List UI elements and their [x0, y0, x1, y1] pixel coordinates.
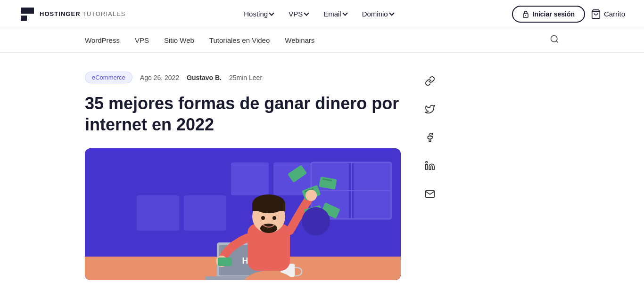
- svg-rect-2: [21, 8, 34, 14]
- article: eCommerce Ago 26, 2022 Gustavo B. 25min …: [85, 72, 401, 280]
- login-button[interactable]: Iniciar sesión: [512, 6, 585, 23]
- nav-hosting[interactable]: Hosting: [238, 6, 279, 22]
- svg-rect-42: [218, 258, 232, 266]
- svg-text:H: H: [242, 256, 248, 266]
- nav-vps[interactable]: VPS: [283, 6, 314, 22]
- sec-nav-wordpress[interactable]: WordPress: [85, 36, 120, 44]
- nav-dominio[interactable]: Dominio: [356, 6, 399, 22]
- cart-button[interactable]: Carrito: [591, 9, 625, 19]
- twitter-share-button[interactable]: [421, 100, 439, 119]
- svg-rect-16: [137, 195, 179, 231]
- search-icon: [550, 34, 559, 44]
- svg-point-30: [261, 216, 265, 220]
- lock-icon: [522, 10, 529, 18]
- svg-rect-3: [21, 14, 27, 16]
- top-navigation: HOSTINGER TUTORIALES Hosting VPS Email D…: [0, 0, 644, 28]
- nav-right-area: Iniciar sesión Carrito: [512, 6, 626, 23]
- svg-point-39: [302, 207, 330, 235]
- chevron-down-icon: [304, 10, 309, 16]
- chevron-down-icon: [389, 10, 394, 16]
- cart-icon: [591, 9, 601, 19]
- email-share-button[interactable]: [421, 185, 439, 203]
- main-nav-links: Hosting VPS Email Dominio: [238, 6, 399, 22]
- facebook-share-button[interactable]: [421, 128, 439, 147]
- article-author: Gustavo B.: [187, 74, 222, 81]
- article-read-time: 25min Leer: [229, 74, 262, 81]
- article-date: Ago 26, 2022: [140, 74, 179, 81]
- svg-point-44: [426, 161, 428, 163]
- chevron-down-icon: [269, 10, 274, 16]
- email-icon: [425, 189, 435, 199]
- twitter-icon: [425, 104, 435, 114]
- sec-nav-sitio-web[interactable]: Sitio Web: [164, 36, 194, 44]
- logo-text-area: HOSTINGER TUTORIALES: [40, 10, 125, 17]
- svg-point-5: [525, 15, 526, 16]
- copy-link-button[interactable]: [421, 72, 439, 90]
- svg-rect-43: [426, 164, 428, 169]
- chevron-down-icon: [342, 10, 347, 16]
- linkedin-share-button[interactable]: [421, 156, 439, 175]
- facebook-icon: [425, 132, 435, 143]
- secondary-nav-links: WordPress VPS Sitio Web Tutoriales en Vi…: [85, 36, 314, 44]
- svg-rect-17: [184, 195, 226, 231]
- link-icon: [425, 76, 435, 86]
- category-badge[interactable]: eCommerce: [85, 72, 132, 83]
- svg-point-31: [272, 216, 276, 220]
- logo-brand-name: HOSTINGER: [40, 10, 81, 17]
- sec-nav-webinars[interactable]: Webinars: [285, 36, 314, 44]
- svg-point-40: [305, 190, 317, 201]
- content-wrapper: eCommerce Ago 26, 2022 Gustavo B. 25min …: [0, 53, 644, 280]
- sec-nav-vps[interactable]: VPS: [135, 36, 149, 44]
- article-image: H: [85, 148, 401, 280]
- nav-email[interactable]: Email: [318, 6, 353, 22]
- secondary-navigation: WordPress VPS Sitio Web Tutoriales en Vi…: [0, 28, 644, 53]
- sec-nav-tutoriales[interactable]: Tutoriales en Video: [209, 36, 270, 44]
- article-title: 35 mejores formas de ganar dinero por in…: [85, 93, 401, 135]
- social-sidebar: [416, 72, 444, 280]
- logo-subtitle: TUTORIALES: [83, 10, 126, 17]
- article-meta: eCommerce Ago 26, 2022 Gustavo B. 25min …: [85, 72, 401, 83]
- logo[interactable]: HOSTINGER TUTORIALES: [19, 6, 125, 23]
- article-illustration: H: [85, 148, 401, 280]
- svg-rect-28: [252, 204, 285, 211]
- linkedin-icon: [425, 161, 435, 171]
- hostinger-logo-icon: [19, 6, 36, 23]
- svg-point-29: [260, 224, 277, 233]
- search-button[interactable]: [550, 34, 559, 46]
- svg-rect-9: [231, 162, 269, 195]
